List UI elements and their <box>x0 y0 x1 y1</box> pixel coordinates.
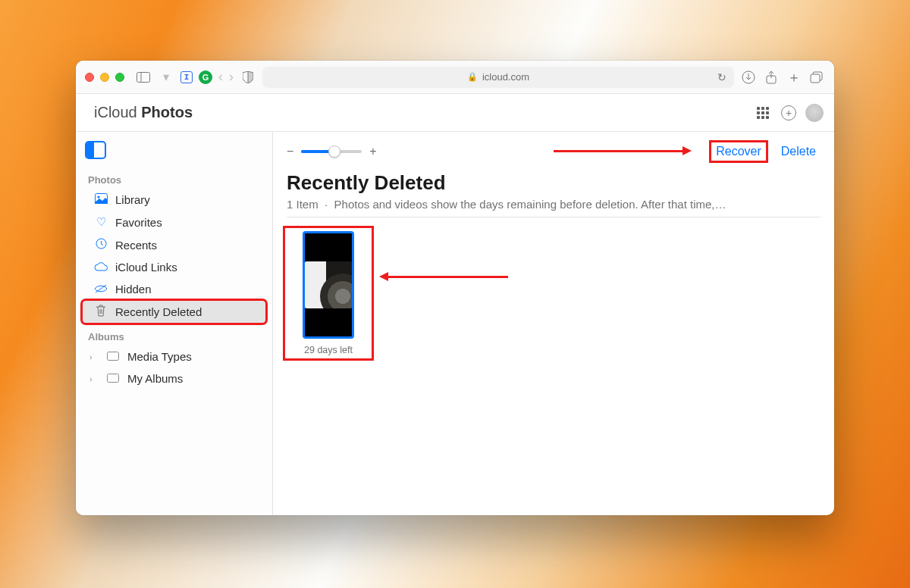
new-tab-icon[interactable]: ＋ <box>786 69 802 86</box>
sidebar-item-label: Media Types <box>127 350 192 363</box>
thumbnail-selected[interactable] <box>303 231 354 339</box>
sidebar-item-label: My Albums <box>127 372 183 385</box>
clock-icon <box>94 238 108 252</box>
page-title: Recently Deleted <box>287 171 821 195</box>
downloads-icon[interactable] <box>740 69 757 86</box>
chevron-right-icon: › <box>89 352 99 361</box>
folder-icon <box>106 372 120 385</box>
annotation-arrow <box>554 150 690 152</box>
days-left-label: 29 days left <box>288 345 369 355</box>
sidebar-item-library[interactable]: Library <box>82 189 266 211</box>
cloud-icon <box>94 261 108 274</box>
main-content: − + Recover Delete Recently Deleted 1 It… <box>273 132 834 515</box>
deleted-item[interactable]: 29 days left <box>287 230 370 357</box>
folder-icon <box>106 350 120 363</box>
zoom-control[interactable]: − + <box>287 145 377 158</box>
sidebar-section-albums: Albums <box>82 324 266 346</box>
safari-window: ▾ I G ‹ › 🔒 icloud.com ↻ ＋ iCloud Photos <box>76 61 834 515</box>
recover-button[interactable]: Recover <box>711 142 766 161</box>
sidebar-item-label: Recently Deleted <box>115 305 202 318</box>
sidebar: Photos Library ♡ Favorites Recents <box>76 132 273 515</box>
window-controls <box>85 73 124 82</box>
chevron-down-icon[interactable]: ▾ <box>158 69 174 86</box>
content-toolbar: − + Recover Delete <box>287 142 821 161</box>
account-avatar[interactable] <box>805 104 824 122</box>
sidebar-item-icloud-links[interactable]: iCloud Links <box>82 256 266 278</box>
sidebar-item-label: Favorites <box>115 216 162 229</box>
trash-icon <box>94 305 108 319</box>
zoom-slider[interactable] <box>301 150 362 153</box>
svg-rect-5 <box>811 74 820 83</box>
sidebar-item-label: iCloud Links <box>115 261 177 274</box>
sidebar-toggle-icon[interactable] <box>135 69 152 86</box>
share-icon[interactable] <box>763 69 780 86</box>
svg-rect-11 <box>108 374 119 383</box>
app-brand: iCloud Photos <box>94 104 193 121</box>
shield-icon[interactable] <box>240 69 256 86</box>
titlebar: ▾ I G ‹ › 🔒 icloud.com ↻ ＋ <box>76 61 834 94</box>
tabs-icon[interactable] <box>808 69 825 86</box>
address-bar[interactable]: 🔒 icloud.com ↻ <box>262 67 734 88</box>
sidebar-item-label: Hidden <box>115 283 152 296</box>
thumbnail-grid: 29 days left <box>287 230 821 357</box>
sidebar-section-photos: Photos <box>82 167 266 189</box>
minimize-button[interactable] <box>100 73 109 82</box>
sidebar-item-recently-deleted[interactable]: Recently Deleted <box>82 300 266 324</box>
app-switcher-icon[interactable] <box>754 104 772 122</box>
extension-1password-icon[interactable]: I <box>180 71 193 83</box>
app-name: Photos <box>141 104 193 120</box>
separator: · <box>325 198 328 211</box>
heart-icon: ♡ <box>94 215 108 229</box>
thumbnail-image <box>305 261 352 308</box>
extension-grammarly-icon[interactable]: G <box>199 70 212 84</box>
sidebar-item-recents[interactable]: Recents <box>82 233 266 256</box>
sidebar-item-hidden[interactable]: Hidden <box>82 278 266 300</box>
chevron-right-icon: › <box>89 374 99 383</box>
app-header: iCloud Photos + <box>76 94 834 132</box>
zoom-out-icon[interactable]: − <box>287 145 293 158</box>
sidebar-item-label: Library <box>115 193 150 206</box>
svg-rect-10 <box>108 352 119 361</box>
url-text: icloud.com <box>482 71 529 83</box>
page-subtitle: 1 Item · Photos and videos show the days… <box>287 198 821 211</box>
zoom-in-icon[interactable]: + <box>369 145 376 158</box>
item-count: 1 Item <box>287 198 318 211</box>
svg-rect-0 <box>137 72 150 82</box>
forward-button[interactable]: › <box>229 69 234 85</box>
delete-button[interactable]: Delete <box>777 142 821 161</box>
app-body: Photos Library ♡ Favorites Recents <box>76 132 834 515</box>
sidebar-item-label: Recents <box>115 239 157 252</box>
sidebar-item-my-albums[interactable]: › My Albums <box>82 368 266 389</box>
sidebar-item-favorites[interactable]: ♡ Favorites <box>82 211 266 233</box>
close-button[interactable] <box>85 73 94 82</box>
subtitle-text: Photos and videos show the days remainin… <box>334 198 726 211</box>
hidden-eye-icon <box>94 283 108 296</box>
divider <box>287 217 821 217</box>
sidebar-item-media-types[interactable]: › Media Types <box>82 346 266 368</box>
reload-icon[interactable]: ↻ <box>717 71 726 83</box>
back-button[interactable]: ‹ <box>218 69 223 85</box>
svg-point-7 <box>97 195 99 198</box>
library-icon <box>94 193 108 206</box>
sidebar-collapse-icon[interactable] <box>85 141 106 159</box>
zoom-button[interactable] <box>115 73 124 82</box>
lock-icon: 🔒 <box>467 72 478 82</box>
service-name: iCloud <box>94 104 137 120</box>
upload-icon[interactable]: + <box>780 104 798 122</box>
